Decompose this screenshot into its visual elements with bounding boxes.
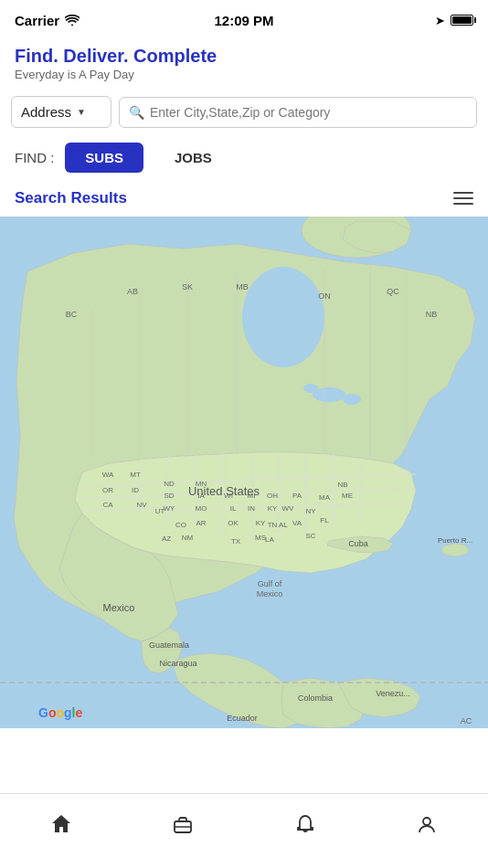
home-icon: [49, 812, 73, 836]
svg-text:Venezu...: Venezu...: [376, 689, 410, 698]
svg-text:VA: VA: [292, 519, 302, 527]
svg-text:AR: AR: [196, 519, 206, 527]
svg-text:Nicaragua: Nicaragua: [159, 659, 196, 668]
svg-text:NB: NB: [426, 310, 438, 319]
svg-text:SC: SC: [305, 532, 315, 540]
svg-text:IL: IL: [230, 504, 237, 513]
svg-text:WI: WI: [224, 492, 233, 500]
svg-text:ME: ME: [342, 492, 353, 500]
svg-text:Cuba: Cuba: [348, 539, 368, 548]
svg-text:CA: CA: [102, 501, 113, 509]
svg-text:IN: IN: [248, 504, 255, 513]
status-indicators: ➤: [435, 14, 473, 27]
jobs-button[interactable]: JOBS: [154, 143, 232, 173]
bell-icon: [293, 812, 317, 836]
results-header: Search Results: [0, 182, 488, 217]
svg-text:QC: QC: [387, 287, 399, 296]
svg-text:FL: FL: [320, 516, 329, 524]
svg-text:WY: WY: [164, 504, 176, 513]
svg-text:ON: ON: [318, 291, 331, 301]
find-bar: FIND : SUBS JOBS: [0, 135, 488, 182]
svg-text:NM: NM: [182, 534, 194, 542]
svg-text:IA: IA: [197, 492, 205, 500]
carrier-wifi: Carrier: [15, 13, 80, 28]
svg-text:LA: LA: [265, 535, 274, 544]
menu-icon[interactable]: [453, 192, 473, 205]
svg-text:AL: AL: [279, 521, 288, 529]
search-input[interactable]: [150, 105, 467, 120]
svg-text:SK: SK: [182, 282, 193, 291]
svg-text:KY: KY: [268, 504, 278, 513]
address-dropdown[interactable]: Address ▼: [11, 96, 111, 128]
svg-text:MB: MB: [236, 282, 249, 291]
svg-text:OK: OK: [228, 519, 239, 527]
svg-text:Colombia: Colombia: [298, 693, 333, 703]
subs-button[interactable]: SUBS: [65, 143, 143, 173]
menu-line-3: [453, 203, 473, 205]
search-input-wrapper: 🔍: [119, 97, 477, 128]
svg-text:PA: PA: [292, 492, 302, 500]
app-header: Find. Deliver. Complete Everyday is A Pa…: [0, 40, 488, 89]
svg-text:MI: MI: [248, 492, 256, 500]
svg-text:MA: MA: [319, 493, 331, 502]
svg-text:Google: Google: [38, 705, 82, 720]
location-arrow-icon: ➤: [435, 14, 445, 27]
svg-text:BC: BC: [66, 310, 78, 319]
svg-text:Gulf of: Gulf of: [258, 579, 282, 588]
svg-text:OH: OH: [267, 492, 278, 500]
menu-line-1: [453, 192, 473, 194]
status-bar: Carrier 12:09 PM ➤: [0, 0, 488, 40]
svg-text:ID: ID: [132, 486, 139, 494]
search-icon: 🔍: [129, 105, 144, 120]
svg-text:WV: WV: [282, 504, 295, 513]
svg-text:MO: MO: [196, 504, 207, 513]
find-label: FIND :: [15, 150, 54, 165]
home-nav-item[interactable]: [35, 807, 88, 842]
svg-text:KY: KY: [256, 519, 266, 527]
briefcase-icon: [171, 812, 195, 836]
svg-point-4: [303, 384, 318, 393]
svg-text:Mexico: Mexico: [257, 589, 283, 598]
svg-text:MN: MN: [196, 480, 207, 488]
svg-point-88: [423, 818, 430, 825]
svg-text:MT: MT: [130, 471, 141, 479]
svg-text:SD: SD: [164, 492, 174, 500]
app-subtitle: Everyday is A Pay Day: [15, 68, 473, 81]
svg-text:Mexico: Mexico: [103, 602, 135, 613]
search-bar: Address ▼ 🔍: [0, 89, 488, 135]
menu-line-2: [453, 197, 473, 199]
battery-icon: [451, 15, 473, 26]
svg-point-3: [343, 394, 361, 405]
briefcase-nav-item[interactable]: [156, 807, 209, 842]
results-title: Search Results: [15, 189, 127, 207]
address-label: Address: [21, 104, 71, 120]
svg-point-5: [242, 267, 324, 367]
svg-point-6: [441, 544, 469, 556]
time-display: 12:09 PM: [214, 13, 273, 28]
wifi-icon: [65, 13, 80, 28]
svg-text:AB: AB: [127, 287, 138, 296]
svg-text:ND: ND: [164, 480, 175, 488]
svg-text:WA: WA: [102, 471, 114, 479]
carrier-label: Carrier: [15, 13, 59, 28]
svg-text:AC: AC: [461, 716, 472, 725]
svg-text:CO: CO: [175, 521, 186, 529]
svg-text:NB: NB: [337, 481, 347, 489]
svg-text:TN: TN: [268, 521, 278, 529]
app-title: Find. Deliver. Complete: [15, 46, 473, 67]
profile-nav-item[interactable]: [400, 807, 453, 842]
svg-text:Puerto R...: Puerto R...: [438, 536, 472, 545]
svg-text:OR: OR: [102, 486, 113, 494]
svg-text:Guatemala: Guatemala: [149, 640, 189, 650]
svg-text:Ecuador: Ecuador: [227, 714, 258, 723]
svg-text:NY: NY: [305, 507, 316, 515]
bell-nav-item[interactable]: [279, 807, 332, 842]
profile-icon: [415, 812, 439, 836]
map-container[interactable]: Gulf of Mexico United States Mexico Guat…: [0, 217, 488, 728]
bottom-nav: [0, 793, 488, 868]
svg-text:AZ: AZ: [162, 535, 171, 543]
chevron-down-icon: ▼: [77, 107, 86, 117]
svg-text:TX: TX: [231, 537, 241, 545]
svg-text:NV: NV: [136, 501, 147, 509]
